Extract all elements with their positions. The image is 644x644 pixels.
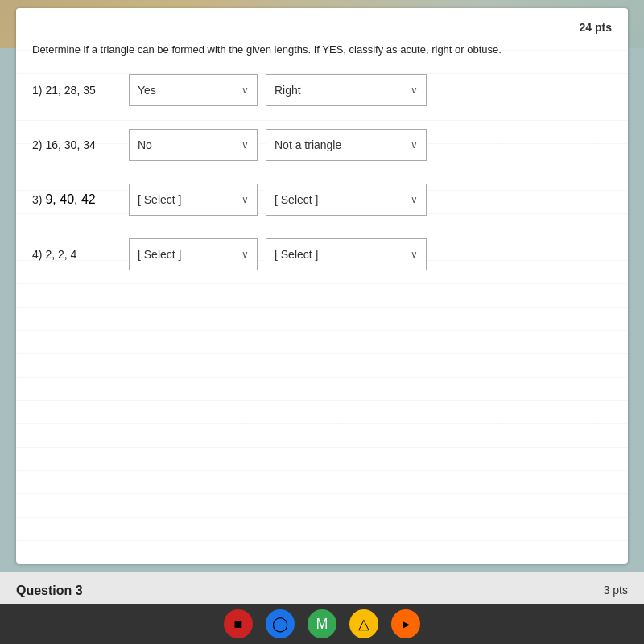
taskbar-icon-yellow[interactable]: △	[349, 609, 378, 638]
dropdown-classify-arrow-1: ∨	[411, 85, 418, 96]
dropdown-classify-value-4: [ Select ]	[275, 248, 404, 261]
taskbar-icon-green[interactable]: M	[308, 609, 336, 638]
dropdown-classify-value-2: Not a triangle	[275, 138, 404, 151]
dropdown-yes-no-value-4: [ Select ]	[138, 248, 235, 261]
question-lengths-2: 16, 30, 34	[45, 138, 95, 151]
dropdown-classify-3[interactable]: [ Select ]∨	[266, 184, 427, 216]
question-lengths-highlighted-3: 9, 40, 42	[45, 192, 95, 207]
dropdown-yes-no-2[interactable]: No∨	[129, 129, 258, 161]
dropdown-yes-no-arrow-3: ∨	[242, 194, 249, 205]
content-card: 24 pts Determine if a triangle can be fo…	[16, 8, 628, 564]
questions-container: 1)21, 28, 35Yes∨Right∨2)16, 30, 34No∨Not…	[32, 74, 612, 270]
taskbar: ■ ◯ M △ ▸	[0, 604, 644, 644]
dropdown-yes-no-4[interactable]: [ Select ]∨	[129, 238, 258, 270]
question-number-wrapper-4: 4)2, 2, 4	[32, 248, 121, 261]
dropdown-yes-no-1[interactable]: Yes∨	[129, 74, 258, 106]
question-row-4: 4)2, 2, 4[ Select ]∨[ Select ]∨	[32, 238, 612, 270]
question-row-2: 2)16, 30, 34No∨Not a triangle∨	[32, 129, 612, 161]
question-row-1: 1)21, 28, 35Yes∨Right∨	[32, 74, 612, 106]
question-lengths-1: 21, 28, 35	[45, 84, 95, 97]
question-number-1: 1)	[32, 84, 42, 97]
question-number-4: 4)	[32, 248, 42, 261]
dropdown-classify-value-1: Right	[275, 84, 404, 97]
instructions-text: Determine if a triangle can be formed wi…	[32, 42, 612, 58]
question-bar-pts: 3 pts	[604, 584, 628, 597]
question-number-2: 2)	[32, 138, 42, 151]
question-lengths-4: 2, 2, 4	[45, 248, 76, 261]
dropdown-yes-no-3[interactable]: [ Select ]∨	[129, 184, 258, 216]
dropdown-yes-no-arrow-4: ∨	[242, 249, 249, 260]
dropdown-classify-arrow-2: ∨	[411, 139, 418, 151]
question-row-3: 3)9, 40, 42[ Select ]∨[ Select ]∨	[32, 184, 612, 216]
dropdown-yes-no-value-3: [ Select ]	[138, 193, 235, 206]
taskbar-icon-red[interactable]: ■	[224, 609, 253, 638]
question-number-wrapper-3: 3)9, 40, 42	[32, 192, 121, 207]
taskbar-icon-orange[interactable]: ▸	[391, 609, 420, 638]
dropdown-classify-arrow-4: ∨	[411, 249, 418, 260]
dropdown-yes-no-arrow-1: ∨	[242, 85, 249, 96]
taskbar-icon-blue[interactable]: ◯	[266, 609, 295, 638]
question-number-wrapper-2: 2)16, 30, 34	[32, 138, 121, 151]
dropdown-classify-4[interactable]: [ Select ]∨	[266, 238, 427, 270]
dropdown-classify-arrow-3: ∨	[411, 194, 418, 205]
question-number-3: 3)	[32, 193, 42, 206]
dropdown-classify-value-3: [ Select ]	[275, 193, 404, 206]
dropdown-classify-1[interactable]: Right∨	[266, 74, 427, 106]
points-label: 24 pts	[32, 21, 612, 34]
question-number-wrapper-1: 1)21, 28, 35	[32, 84, 121, 97]
page-wrapper: 24 pts Determine if a triangle can be fo…	[0, 0, 644, 644]
dropdown-yes-no-arrow-2: ∨	[242, 139, 249, 151]
question-bar-title: Question 3	[16, 584, 83, 598]
dropdown-classify-2[interactable]: Not a triangle∨	[266, 129, 427, 161]
dropdown-yes-no-value-1: Yes	[138, 84, 235, 97]
dropdown-yes-no-value-2: No	[138, 138, 235, 151]
